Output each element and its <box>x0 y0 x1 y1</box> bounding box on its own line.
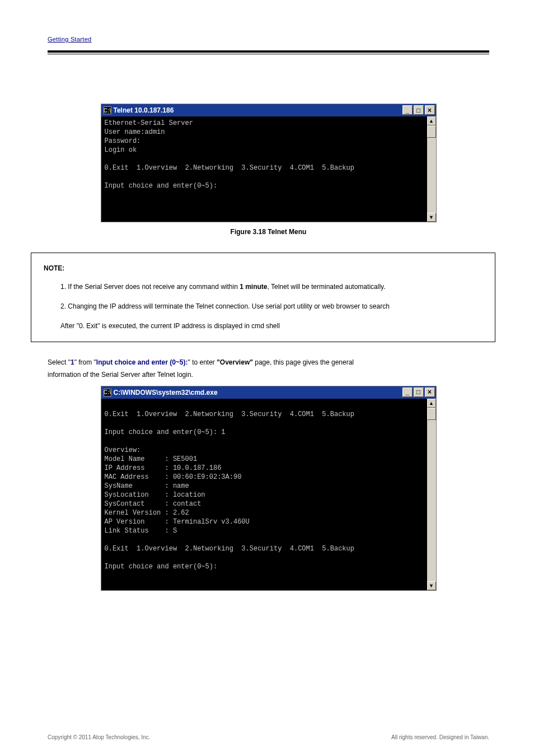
note-line-1: 1. If the Serial Server does not receive… <box>60 282 483 292</box>
scroll-up-button[interactable]: ▲ <box>427 116 436 125</box>
figure-1-container: C:\ Telnet 10.0.187.186 _ □ × Ethernet-S… <box>48 104 489 222</box>
divider-thick <box>48 50 489 53</box>
figure-1-caption: Figure 3.18 Telnet Menu <box>48 228 489 236</box>
footer-left: Copyright © 2011 Atop Technologies, Inc. <box>48 734 150 740</box>
maximize-button[interactable]: □ <box>414 388 424 397</box>
scroll-up-button[interactable]: ▲ <box>427 399 436 408</box>
cmd-titlebar: C:\ C:\WINDOWS\system32\cmd.exe _ □ × <box>101 386 436 399</box>
scrollbar-track[interactable]: ▲ ▼ <box>427 399 436 590</box>
footer-right: All rights reserved. Designed in Taiwan. <box>391 734 489 740</box>
telnet-titlebar: C:\ Telnet 10.0.187.186 _ □ × <box>101 104 436 116</box>
close-button[interactable]: × <box>425 388 435 397</box>
cmd-output: 0.Exit 1.Overview 2.Networking 3.Securit… <box>105 401 433 571</box>
scroll-thumb[interactable] <box>427 408 436 420</box>
figure-2-container: C:\ C:\WINDOWS\system32\cmd.exe _ □ × 0.… <box>48 386 489 591</box>
cmd-title-text: C:\WINDOWS\system32\cmd.exe <box>114 389 218 396</box>
divider-thin <box>48 54 489 54</box>
telnet-title-text: Telnet 10.0.187.186 <box>114 106 174 114</box>
note-line-2b: After "0. Exit" is executed, the current… <box>60 321 483 331</box>
telnet-output: Ethernet-Serial Server User name:admin P… <box>105 119 433 199</box>
body-paragraph: Select "1" from "Input choice and enter … <box>48 357 489 381</box>
breadcrumb[interactable]: Getting Started <box>48 36 92 43</box>
cmd-icon: C:\ <box>104 389 111 396</box>
scroll-down-button[interactable]: ▼ <box>427 581 436 590</box>
minimize-button[interactable]: _ <box>402 388 413 397</box>
scroll-thumb[interactable] <box>427 125 436 138</box>
scroll-down-button[interactable]: ▼ <box>427 213 436 222</box>
minimize-button[interactable]: _ <box>402 105 413 115</box>
close-button[interactable]: × <box>425 105 435 115</box>
cmd-icon: C:\ <box>104 106 111 114</box>
note-title: NOTE: <box>44 264 483 272</box>
scrollbar-track[interactable]: ▲ ▼ <box>427 116 436 222</box>
cmd-window: C:\ C:\WINDOWS\system32\cmd.exe _ □ × 0.… <box>101 386 437 591</box>
note-box: NOTE: 1. If the Serial Server does not r… <box>31 253 495 342</box>
note-line-2a: 2. Changing the IP address will terminat… <box>60 302 483 311</box>
maximize-button[interactable]: □ <box>414 105 424 115</box>
page-footer: Copyright © 2011 Atop Technologies, Inc.… <box>48 734 489 740</box>
telnet-window: C:\ Telnet 10.0.187.186 _ □ × Ethernet-S… <box>101 104 437 222</box>
